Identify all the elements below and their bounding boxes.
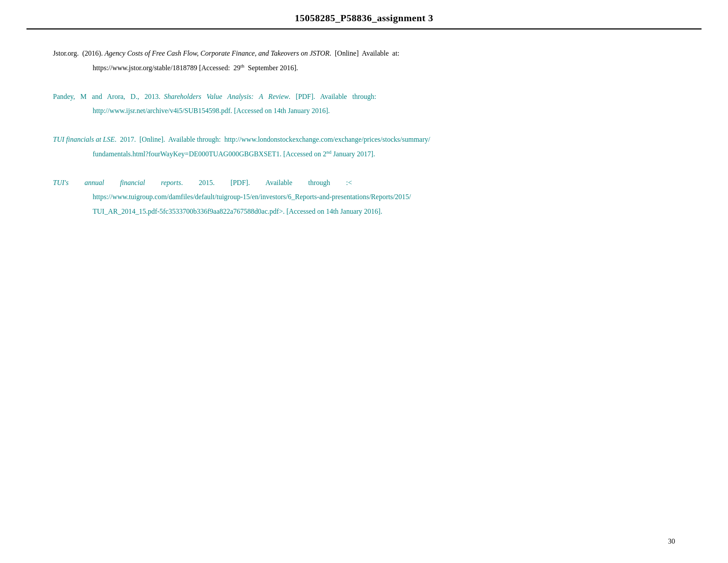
ref1-block: Jstor.org. (2016). Agency Costs of Free … — [53, 47, 675, 60]
references-section: Jstor.org. (2016). Agency Costs of Free … — [0, 30, 728, 261]
page-number: 30 — [668, 537, 675, 545]
page-header: 15058285_P58836_assignment 3 — [26, 0, 702, 30]
ref1-continuation: https://www.jstor.org/stable/1818789 [Ac… — [53, 61, 675, 75]
reference-entry-3: TUI financials at LSE. 2017. [Online]. A… — [53, 133, 675, 161]
reference-entry-1: Jstor.org. (2016). Agency Costs of Free … — [53, 47, 675, 75]
page: 15058285_P58836_assignment 3 Jstor.org. … — [0, 0, 728, 563]
ref2-block: Pandey, M and Arora, D., 2013. Sharehold… — [53, 91, 675, 103]
reference-entry-4: TUI's annual financial reports. 2015. [P… — [53, 177, 675, 218]
ref4-text: . 2015. [PDF]. Available through :< — [181, 179, 352, 186]
ref4-text-italic: TUI's annual financial reports — [53, 179, 181, 186]
ref1-text: Jstor.org. (2016). Agency Costs of Free … — [53, 49, 399, 57]
ref4-block: TUI's annual financial reports. 2015. [P… — [53, 177, 675, 189]
ref2-continuation: http://www.ijsr.net/archive/v4i5/SUB1545… — [53, 105, 675, 117]
ref3-block: TUI financials at LSE. 2017. [Online]. A… — [53, 133, 675, 146]
ref3-text-italic: TUI financials at LSE — [53, 136, 115, 143]
ref4-line3: TUI_AR_2014_15.pdf-5fc3533700b336f9aa822… — [53, 205, 675, 218]
ref3-continuation: fundamentals.html?fourWayKey=DE000TUAG00… — [53, 147, 675, 161]
ref4-line2: https://www.tuigroup.com/damfiles/defaul… — [53, 191, 675, 204]
ref2-text: Pandey, M and Arora, D., 2013. Sharehold… — [53, 93, 376, 100]
reference-entry-2: Pandey, M and Arora, D., 2013. Sharehold… — [53, 91, 675, 117]
page-title: 15058285_P58836_assignment 3 — [295, 12, 433, 23]
ref3-text: . 2017. [Online]. Available through: htt… — [115, 136, 430, 143]
